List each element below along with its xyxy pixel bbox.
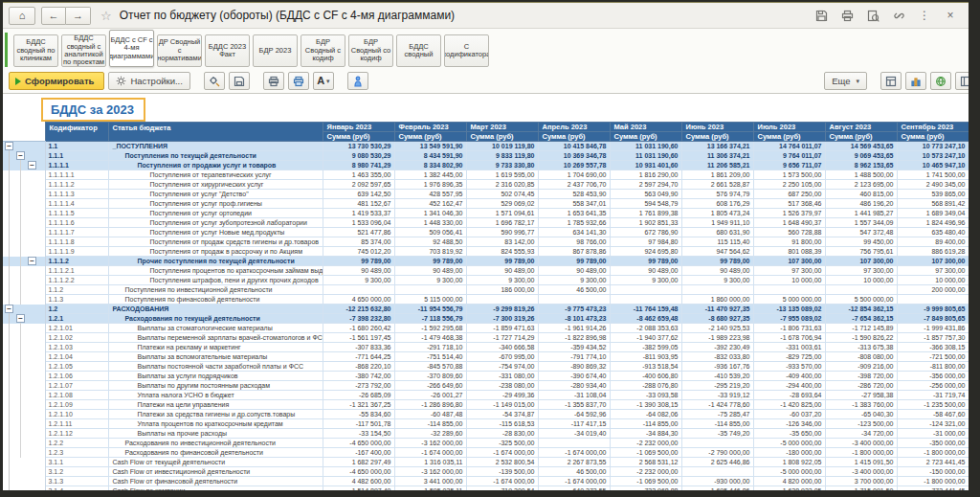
cell-value[interactable]: 10 369 346,78	[538, 151, 610, 161]
table-row[interactable]: −1.1.1.2Прочие поступления по текущей де…	[3, 257, 969, 266]
cell-value[interactable]: 521 477,86	[323, 228, 394, 237]
cell-value[interactable]: -2 232 000,00	[610, 439, 681, 448]
cell-value[interactable]: -732 968,88	[610, 486, 681, 491]
collapse-minus-box[interactable]: −	[16, 314, 25, 323]
cell-value[interactable]: 97 300,00	[825, 266, 897, 276]
cell-value[interactable]: -12 215 632,80	[323, 305, 394, 314]
cell-article[interactable]: Поступления процентов по краткосрочным з…	[108, 266, 323, 276]
cell-value[interactable]: 2 723 441,45	[897, 458, 969, 467]
cell-value[interactable]: -670 995,00	[466, 352, 538, 362]
cell-code[interactable]: 1.2.1.08	[45, 391, 108, 400]
cell-value[interactable]: 89 400,00	[897, 237, 969, 247]
cell-value[interactable]: -5 000 000,00	[753, 467, 825, 477]
print-icon[interactable]	[840, 9, 854, 22]
cell-article[interactable]: Cash Flow от текущей деятельности	[108, 458, 323, 467]
cell-value[interactable]: -35 650,00	[753, 429, 825, 439]
cell-value[interactable]: -1 680 260,42	[323, 324, 394, 333]
cell-value[interactable]: 773 441,45	[897, 486, 969, 491]
cell-code[interactable]: 3.1.2	[45, 467, 108, 477]
cell-article[interactable]: Выплаты постоянной части заработной плат…	[108, 362, 323, 372]
cell-value[interactable]: 1 619 595,00	[466, 170, 538, 180]
cell-value[interactable]: -5 000 000,00	[753, 439, 825, 448]
report-tab-4[interactable]: ДР Сводный с нормативами	[157, 34, 202, 67]
column-header-month[interactable]: Апрель 2023	[538, 123, 610, 132]
cell-value[interactable]: -139 500,00	[466, 467, 538, 477]
table-row[interactable]: 1.1.2Поступления по инвестиционной деяте…	[3, 285, 969, 295]
cell-value[interactable]: 509 056,41	[394, 228, 466, 237]
cell-value[interactable]: -28 830,00	[466, 429, 538, 439]
cell-value[interactable]: -7 955 089,02	[753, 314, 825, 324]
table-row[interactable]: 3.1.3Cash Flow от финансовой деятельност…	[3, 477, 969, 486]
table-row[interactable]: 1.1.1.2.1Поступления процентов по кратко…	[3, 266, 969, 276]
cell-value[interactable]: 1 382 445,00	[394, 170, 466, 180]
cell-value[interactable]: -751 514,40	[394, 352, 466, 362]
cell-value[interactable]	[323, 285, 394, 295]
cell-value[interactable]: -33 154,50	[323, 429, 394, 439]
cell-article[interactable]: Поступления от продаж средств гигиены и …	[108, 237, 323, 247]
cell-value[interactable]: 517 368,46	[753, 199, 825, 209]
cell-value[interactable]: -400 606,80	[610, 372, 681, 381]
cell-value[interactable]: -1 069 500,00	[610, 448, 681, 458]
cell-value[interactable]: -9 775 473,23	[538, 305, 610, 314]
cell-value[interactable]: 5 000 000,00	[753, 295, 825, 305]
cell-value[interactable]: 608 176,29	[681, 199, 753, 209]
cell-value[interactable]: -280 934,40	[538, 381, 610, 391]
cell-value[interactable]: 639 142,50	[323, 190, 394, 199]
cell-value[interactable]: -1 479 468,38	[394, 333, 466, 343]
cell-value[interactable]: -11 470 927,35	[681, 305, 753, 314]
column-header-sum[interactable]: Сумма (руб)	[323, 132, 394, 142]
cell-value[interactable]: 200 000,00	[897, 285, 969, 295]
cell-value[interactable]: 10 573 247,10	[897, 151, 969, 161]
cell-value[interactable]	[681, 285, 753, 295]
cell-code[interactable]: 1.1.1.2.1	[45, 266, 108, 276]
report-tab-2[interactable]: БДДС сводный с аналитикой по проектам	[61, 34, 106, 67]
cell-code[interactable]: 1.2.3	[45, 448, 108, 458]
report-tab-10[interactable]: С кодификатора	[444, 34, 489, 67]
cell-article[interactable]: Поступления от услуг проф.гигиены	[108, 199, 323, 209]
cell-value[interactable]: -126 346,00	[753, 419, 825, 429]
cell-code[interactable]: 1.1.3	[45, 295, 108, 305]
cell-value[interactable]: 9 300,00	[681, 276, 753, 285]
table-row[interactable]: 1.1.1.1.5Поступления от услуг ортопедии1…	[3, 209, 969, 218]
cell-value[interactable]: 1 816 290,00	[610, 170, 681, 180]
column-header-sum[interactable]: Сумма (руб)	[394, 132, 466, 142]
column-header-month[interactable]: Август 2023	[825, 123, 897, 132]
cell-value[interactable]: 452 162,47	[394, 199, 466, 209]
report-variant-icon[interactable]	[204, 72, 225, 90]
table-row[interactable]: 3.1.4Cash Flow по компании1 514 897,491 …	[3, 486, 969, 491]
cell-value[interactable]: -1 678 706,94	[753, 333, 825, 343]
table-row[interactable]: 1.1.1.2.2Поступления штрафов, пени и дру…	[3, 276, 969, 285]
cell-value[interactable]: 640 373,55	[538, 486, 610, 491]
cell-value[interactable]: 90 489,00	[394, 266, 466, 276]
cell-value[interactable]: 1 419 533,37	[323, 209, 394, 218]
cell-value[interactable]: -34 019,40	[538, 429, 610, 439]
cell-value[interactable]: -60 487,48	[394, 410, 466, 419]
cell-article[interactable]: Выплаты за вспомогательные материалы	[108, 352, 323, 362]
report-title[interactable]: БДДС за 2023	[41, 98, 145, 122]
cell-value[interactable]: -382 599,05	[610, 343, 681, 352]
cell-value[interactable]: -3 400 000,00	[825, 439, 897, 448]
font-appearance-button[interactable]: A ▾	[313, 72, 334, 90]
cell-value[interactable]: 9 300,00	[466, 276, 538, 285]
cell-value[interactable]: 90 489,00	[538, 266, 610, 276]
cell-value[interactable]: -1 592 295,68	[394, 324, 466, 333]
column-header-month[interactable]: Январь 2023	[323, 123, 394, 132]
cell-value[interactable]: 719 300,54	[466, 486, 538, 491]
cell-code[interactable]: 1.2.1.02	[45, 333, 108, 343]
cell-value[interactable]: 107 300,00	[753, 257, 825, 266]
cell-value[interactable]: 9 764 011,07	[753, 151, 825, 161]
collapse-minus-box[interactable]: −	[5, 305, 13, 313]
cell-value[interactable]: 99 789,00	[466, 257, 538, 266]
column-header-month[interactable]: Май 2023	[610, 123, 681, 132]
cell-value[interactable]: -359 434,52	[538, 343, 610, 352]
cell-value[interactable]: 1 949 911,10	[681, 218, 753, 228]
cell-value[interactable]: 2 568 531,12	[610, 458, 681, 467]
cell-value[interactable]: 9 300,00	[394, 276, 466, 285]
cell-value[interactable]: 924 695,80	[610, 247, 681, 257]
cell-value[interactable]: -124 321,00	[897, 419, 969, 429]
cell-value[interactable]: -1 940 377,62	[610, 333, 681, 343]
collapse-minus-box[interactable]: −	[28, 257, 36, 265]
cell-article[interactable]: Поступления от терапевтических услуг	[108, 170, 323, 180]
cell-article[interactable]: Расходования по текущей деятельности	[108, 314, 323, 324]
cell-value[interactable]: -55 834,60	[323, 410, 394, 419]
